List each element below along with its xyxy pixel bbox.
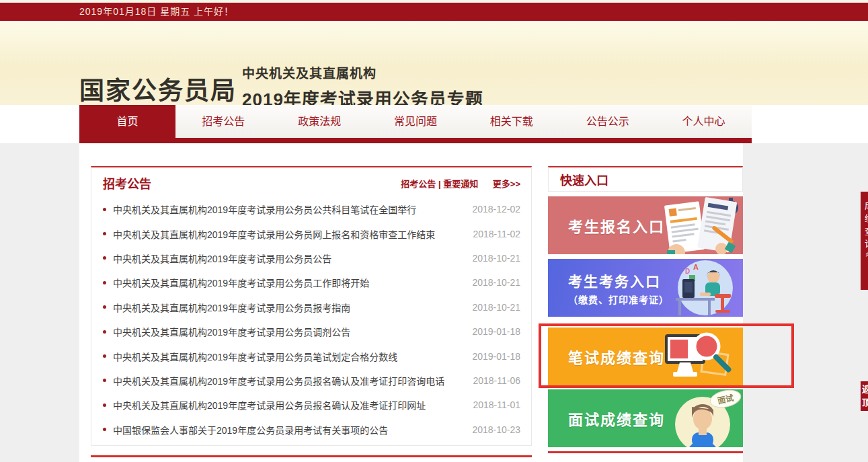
- next-section-border-right: [548, 451, 743, 453]
- bullet-icon: [103, 232, 106, 235]
- news-date: 2018-10-23: [472, 424, 520, 435]
- list-item: 中央机关及其直属机构2019年度考试录用公务员笔试划定合格分数线 2019-01…: [103, 344, 520, 368]
- news-link[interactable]: 中央机关及其直属机构2019年度考试录用公务员笔试划定合格分数线: [113, 350, 465, 363]
- bullet-icon: [103, 354, 106, 358]
- nav-tab-downloads[interactable]: 相关下载: [463, 105, 559, 138]
- bullet-icon: [103, 330, 106, 334]
- news-link[interactable]: 中央机关及其直属机构2019年度考试录用公务员公共科目笔试在全国举行: [113, 202, 465, 216]
- bullet-icon: [103, 403, 106, 407]
- list-item: 中央机关及其直属机构2019年度考试录用公务员网上报名和资格审查工作结束 201…: [103, 221, 520, 245]
- announcements-tab-links[interactable]: 招考公告 | 重要通知: [401, 179, 478, 189]
- back-to-top-text: 返回顶部: [862, 383, 868, 410]
- nav-tab-personal-center[interactable]: 个人中心: [656, 105, 752, 138]
- nav-tab-policies[interactable]: 政策法规: [272, 105, 368, 138]
- more-link[interactable]: 更多>>: [493, 179, 520, 189]
- list-item: 中央机关及其直属机构2019年度考试录用公务员调剂公告 2019-01-18: [103, 319, 520, 344]
- site-subtitle: 中央机关及其直属机构 2019年度考试录用公务员专题: [242, 63, 483, 110]
- card-exam-affairs[interactable]: D A 考生考务入口 （缴费、打印准考证）: [548, 259, 743, 317]
- back-to-top-button[interactable]: 返回顶部: [861, 381, 868, 411]
- card-label: 面试成绩查询: [568, 408, 665, 429]
- list-item: 中央机关及其直属机构2019年度考试录用公务员报考指南 2018-10-21: [103, 295, 520, 319]
- card-interview-score-query[interactable]: 面试 面试成绩查询: [548, 389, 743, 447]
- bullet-icon: [103, 281, 106, 284]
- announcements-title: 招考公告: [103, 174, 151, 192]
- card-candidate-registration[interactable]: 考生报名入口: [548, 196, 743, 254]
- svg-text:D: D: [685, 268, 690, 275]
- subtitle-line1: 中央机关及其直属机构: [242, 63, 483, 81]
- card-label: 考生考务入口: [568, 270, 669, 291]
- bullet-icon: [103, 305, 106, 309]
- news-date: 2018-12-02: [472, 204, 520, 215]
- news-date: 2018-10-21: [472, 277, 520, 288]
- announcements-list: 中央机关及其直属机构2019年度考试录用公务员公共科目笔试在全国举行 2018-…: [91, 194, 531, 442]
- news-date: 2019-01-18: [472, 351, 520, 362]
- bullet-icon: [103, 379, 106, 382]
- list-item: 中央机关及其直属机构2019年度考试录用公务员公共科目笔试在全国举行 2018-…: [103, 197, 520, 221]
- nav-underline: [79, 138, 752, 143]
- announcements-header: 招考公告 招考公告 | 重要通知 更多>>: [91, 167, 531, 194]
- news-link[interactable]: 中国银保监会人事部关于2019年度公务员录用考试有关事项的公告: [113, 423, 465, 436]
- news-date: 2018-11-01: [473, 399, 520, 410]
- bullet-icon: [103, 428, 106, 431]
- news-link[interactable]: 中央机关及其直属机构2019年度考试录用公务员报名确认及准考证打印网址: [113, 398, 466, 412]
- news-link[interactable]: 中央机关及其直属机构2019年度考试录用公务员公告: [113, 252, 465, 265]
- news-link[interactable]: 中央机关及其直属机构2019年度考试录用公务员工作即将开始: [113, 276, 465, 289]
- main-nav: 首页 招考公告 政策法规 常见问题 相关下载 公告公示 个人中心: [79, 105, 752, 138]
- bullet-icon: [103, 256, 106, 260]
- nav-tab-public-notice[interactable]: 公告公示: [559, 105, 656, 138]
- announcements-panel: 招考公告 招考公告 | 重要通知 更多>> 中央机关及其直属机构2019年度考试…: [91, 166, 532, 446]
- news-date: 2018-10-21: [472, 253, 520, 264]
- news-link[interactable]: 中央机关及其直属机构2019年度考试录用公务员网上报名和资格审查工作结束: [113, 227, 466, 241]
- date-text: 2019年01月18日 星期五 上午好！: [79, 6, 234, 17]
- card-label: 考生报名入口: [568, 215, 665, 236]
- card-label: 笔试成绩查询: [568, 346, 665, 367]
- nav-tab-faq[interactable]: 常见问题: [368, 105, 464, 138]
- nav-tab-home[interactable]: 首页: [79, 105, 175, 138]
- card-written-score-query[interactable]: 笔试成绩查询: [548, 328, 743, 385]
- news-link[interactable]: 中央机关及其直属机构2019年度考试录用公务员报名确认及准考证打印咨询电话: [113, 374, 466, 387]
- quick-entry-panel: 快速入口: [548, 166, 743, 192]
- news-date: 2018-11-06: [473, 375, 520, 386]
- edge-banner[interactable]: 成绩查询«: [861, 192, 868, 290]
- news-date: 2018-10-21: [472, 302, 520, 313]
- list-item: 中央机关及其直属机构2019年度考试录用公务员公告 2018-10-21: [103, 246, 520, 270]
- site-header: 国家公务员局 中央机关及其直属机构 2019年度考试录用公务员专题: [0, 21, 868, 105]
- edge-banner-text: 成绩查询«: [862, 201, 868, 261]
- date-bar: 2019年01月18日 星期五 上午好！: [0, 3, 868, 21]
- announcements-links: 招考公告 | 重要通知 更多>>: [401, 177, 520, 190]
- list-item: 中央机关及其直属机构2019年度考试录用公务员工作即将开始 2018-10-21: [103, 270, 520, 295]
- news-date: 2018-11-02: [473, 229, 520, 239]
- news-link[interactable]: 中央机关及其直属机构2019年度考试录用公务员报考指南: [113, 301, 465, 314]
- site-logo-title: 国家公务员局: [79, 71, 237, 107]
- news-link[interactable]: 中央机关及其直属机构2019年度考试录用公务员调剂公告: [113, 325, 465, 338]
- nav-tab-announcements[interactable]: 招考公告: [175, 105, 272, 138]
- quick-entry-title: 快速入口: [560, 171, 608, 188]
- card-sublabel: （缴费、打印准考证）: [568, 293, 669, 306]
- list-item: 中央机关及其直属机构2019年度考试录用公务员报名确认及准考证打印网址 2018…: [103, 393, 520, 417]
- news-date: 2019-01-18: [472, 326, 520, 337]
- next-section-border-left: [91, 455, 532, 457]
- list-item: 中央机关及其直属机构2019年度考试录用公务员报名确认及准考证打印咨询电话 20…: [103, 369, 520, 393]
- list-item: 中国银保监会人事部关于2019年度公务员录用考试有关事项的公告 2018-10-…: [103, 418, 520, 442]
- svg-text:A: A: [693, 263, 699, 271]
- bullet-icon: [103, 208, 106, 211]
